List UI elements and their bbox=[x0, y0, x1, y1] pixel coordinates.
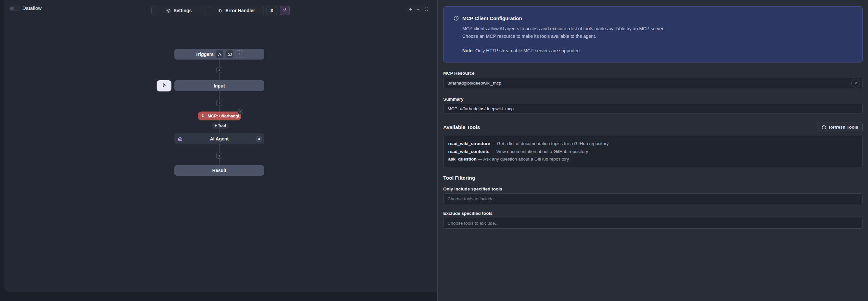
agent-badge: a bbox=[256, 136, 262, 142]
tool-filtering-heading: Tool Filtering bbox=[443, 175, 863, 181]
plug-icon bbox=[201, 114, 205, 118]
include-tools-label: Only include specified tools bbox=[443, 186, 863, 191]
run-button[interactable] bbox=[157, 80, 172, 91]
canvas-toolbar: Settings Error Handler $ bbox=[150, 5, 291, 16]
tools-list: read_wiki_structure — Get a list of docu… bbox=[443, 136, 863, 167]
mcp-resource-input[interactable] bbox=[443, 78, 863, 88]
add-node-button-2[interactable]: + bbox=[216, 100, 222, 106]
tool-name: read_wiki_contents bbox=[448, 149, 489, 154]
info-title: MCP Client Configuration bbox=[462, 16, 522, 21]
input-node-label: Input bbox=[214, 83, 225, 89]
triggers-node-label: Triggers bbox=[195, 52, 214, 57]
wand-icon bbox=[282, 8, 287, 13]
refresh-icon bbox=[822, 125, 826, 130]
node-triggers[interactable]: Triggers + bbox=[175, 49, 264, 60]
node-result[interactable]: Result bbox=[175, 165, 264, 176]
mcp-resource-label: MCP Resource bbox=[443, 71, 863, 76]
ai-agent-node-label: AI Agent bbox=[210, 136, 229, 142]
workflow-canvas[interactable] bbox=[4, 0, 437, 292]
settings-label: Settings bbox=[174, 8, 191, 13]
robot-icon bbox=[177, 136, 183, 142]
magic-wand-button[interactable] bbox=[280, 6, 290, 15]
webhook-trigger-icon[interactable] bbox=[216, 50, 223, 58]
mcp-tool-label: MCP: u/farhadgl... bbox=[208, 114, 241, 118]
mcp-tool-pill[interactable]: MCP: u/farhadgl... bbox=[198, 112, 241, 120]
tool-name: ask_question bbox=[448, 157, 476, 161]
tool-desc: — Ask any question about a GitHub reposi… bbox=[476, 157, 569, 161]
mcp-info-banner: MCP Client Configuration MCP clients all… bbox=[443, 6, 863, 62]
zoom-in-icon[interactable]: + bbox=[409, 7, 412, 11]
play-icon bbox=[161, 83, 167, 89]
info-note-label: Note: bbox=[462, 48, 474, 53]
fit-view-icon[interactable] bbox=[425, 7, 428, 11]
summary-label: Summary bbox=[443, 97, 863, 102]
exclude-tools-input[interactable] bbox=[443, 218, 863, 229]
variables-button[interactable]: $ bbox=[267, 6, 277, 15]
refresh-tools-button[interactable]: Refresh Tools bbox=[817, 122, 863, 132]
tool-name: read_wiki_structure bbox=[448, 141, 490, 146]
info-line-1: MCP clients allow AI agents to access an… bbox=[462, 25, 852, 33]
add-tool-button[interactable]: + Tool bbox=[212, 123, 229, 129]
tool-row: read_wiki_structure — Get a list of docu… bbox=[448, 140, 858, 148]
clear-resource-button[interactable]: × bbox=[851, 79, 860, 88]
add-node-button-3[interactable]: + bbox=[216, 153, 222, 158]
config-panel: MCP Client Configuration MCP clients all… bbox=[437, 0, 868, 301]
tool-row: ask_question — Ask any question about a … bbox=[448, 155, 858, 163]
error-handler-label: Error Handler bbox=[225, 8, 255, 13]
app-root: Dataflow Settings Error Handler $ + − bbox=[0, 0, 868, 301]
toggle-knob bbox=[10, 7, 14, 10]
include-tools-input[interactable] bbox=[443, 193, 863, 204]
add-node-button-1[interactable]: + bbox=[216, 67, 222, 73]
exclude-tools-label: Exclude specified tools bbox=[443, 211, 863, 216]
refresh-tools-label: Refresh Tools bbox=[829, 125, 858, 130]
dataflow-toggle[interactable] bbox=[9, 6, 21, 11]
dollar-icon: $ bbox=[271, 8, 273, 13]
zoom-out-icon[interactable]: − bbox=[416, 7, 420, 11]
available-tools-heading: Available Tools bbox=[443, 124, 480, 130]
node-ai-agent[interactable]: AI Agent a bbox=[175, 133, 264, 144]
info-note-text: Only HTTP streamable MCP servers are sup… bbox=[474, 48, 581, 53]
info-icon bbox=[454, 16, 459, 21]
tool-row: read_wiki_contents — View documentation … bbox=[448, 148, 858, 156]
gear-icon bbox=[166, 8, 171, 13]
bug-icon bbox=[218, 8, 223, 13]
dataflow-label: Dataflow bbox=[22, 5, 41, 11]
zoom-controls: + − bbox=[407, 5, 431, 13]
result-node-label: Result bbox=[212, 168, 226, 173]
node-input[interactable]: Input bbox=[175, 80, 264, 91]
tool-desc: — View documentation about a GitHub repo… bbox=[489, 149, 588, 154]
add-trigger-button[interactable]: + bbox=[236, 50, 243, 58]
error-handler-button[interactable]: Error Handler bbox=[209, 6, 264, 15]
settings-button[interactable]: Settings bbox=[151, 6, 206, 15]
summary-input[interactable] bbox=[443, 103, 863, 114]
email-trigger-icon[interactable] bbox=[226, 50, 233, 58]
tool-desc: — Get a list of documentation topics for… bbox=[490, 141, 609, 146]
remove-mcp-tool-button[interactable]: × bbox=[238, 109, 243, 115]
info-line-2: Choose an MCP resource to make its tools… bbox=[462, 33, 852, 40]
